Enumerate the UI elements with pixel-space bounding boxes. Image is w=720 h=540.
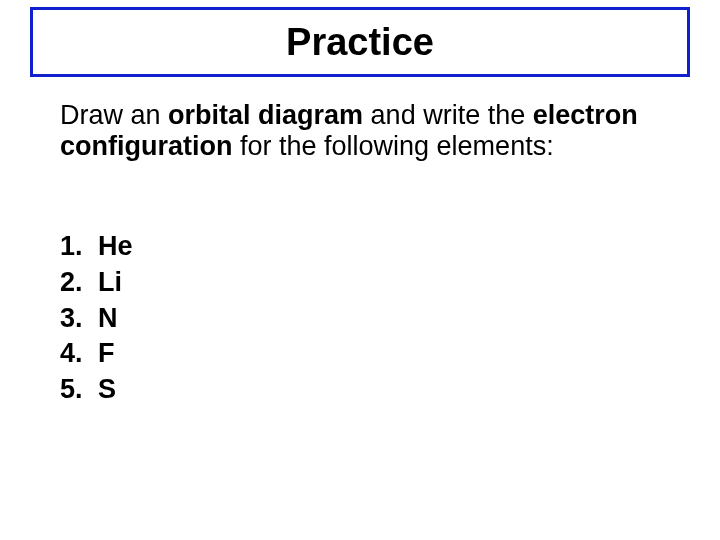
list-number: 5. — [60, 373, 98, 407]
title-box: Practice — [30, 7, 690, 77]
list-number: 3. — [60, 302, 98, 336]
list-number: 4. — [60, 337, 98, 371]
instruction-text: Draw an orbital diagram and write the el… — [60, 100, 680, 162]
list-number: 2. — [60, 266, 98, 300]
element-list: 1. He 2. Li 3. N 4. F 5. S — [60, 230, 133, 409]
list-label: F — [98, 337, 115, 371]
list-label: N — [98, 302, 118, 336]
list-label: Li — [98, 266, 122, 300]
list-item: 2. Li — [60, 266, 133, 300]
list-item: 3. N — [60, 302, 133, 336]
instruction-pre1: Draw an — [60, 100, 168, 130]
slide-title: Practice — [286, 21, 434, 64]
list-item: 5. S — [60, 373, 133, 407]
list-label: He — [98, 230, 133, 264]
list-label: S — [98, 373, 116, 407]
instruction-post: for the following elements: — [232, 131, 553, 161]
instruction-bold1: orbital diagram — [168, 100, 363, 130]
list-item: 1. He — [60, 230, 133, 264]
list-item: 4. F — [60, 337, 133, 371]
instruction-mid: and write the — [363, 100, 533, 130]
list-number: 1. — [60, 230, 98, 264]
